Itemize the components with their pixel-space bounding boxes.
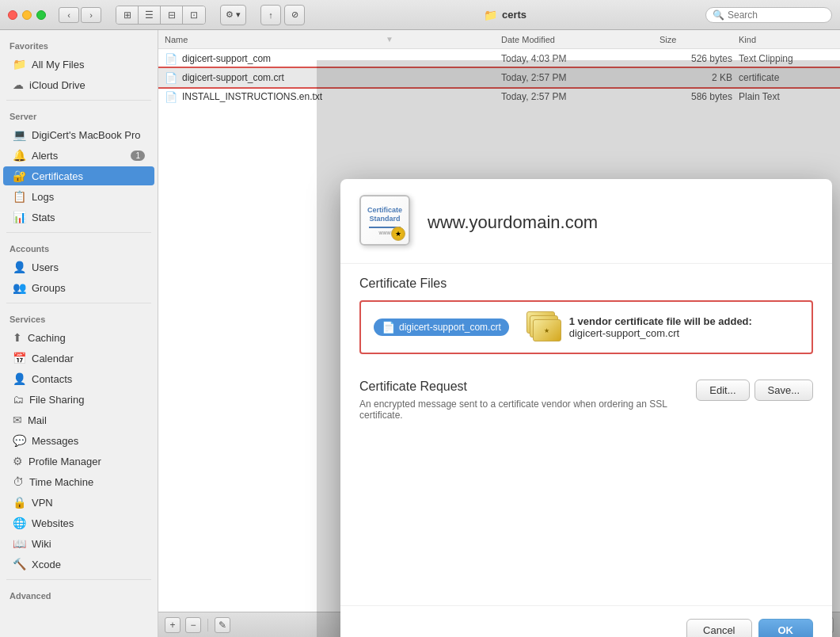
sidebar-item-icloud-drive[interactable]: ☁ iCloud Drive: [3, 75, 154, 94]
cert-file-chip[interactable]: 📄 digicert-support_com.crt: [374, 318, 509, 336]
certificates-icon: 🔐: [13, 170, 26, 182]
vendor-file-name: digicert-support_com.crt: [569, 327, 752, 339]
sidebar-item-label: iCloud Drive: [29, 79, 145, 91]
sidebar-item-contacts[interactable]: 👤 Contacts: [3, 369, 154, 388]
sidebar-item-label: VPN: [32, 497, 145, 509]
close-button[interactable]: [8, 10, 17, 20]
sidebar-item-label: Groups: [32, 282, 145, 294]
add-button[interactable]: +: [165, 617, 181, 633]
file-name-text: digicert-support_com.crt: [182, 72, 284, 83]
icon-view-button[interactable]: ⊞: [116, 6, 139, 24]
dialog-footer: Cancel OK: [340, 605, 832, 637]
back-button[interactable]: ‹: [59, 7, 79, 23]
stats-icon: 📊: [13, 211, 26, 223]
search-input[interactable]: [728, 10, 823, 21]
sidebar-item-label: DigiCert's MacBook Pro: [32, 129, 145, 141]
sidebar-item-stats[interactable]: 📊 Stats: [3, 208, 154, 227]
sidebar-divider-2: [6, 232, 151, 233]
cert-request-buttons: Edit... Save...: [696, 380, 813, 401]
sidebar-item-label: File Sharing: [29, 394, 145, 406]
minimize-button[interactable]: [22, 10, 32, 20]
size-column-header: Size: [659, 35, 739, 44]
sidebar-item-label: Certificates: [32, 170, 145, 182]
file-name-text: INSTALL_INSTRUCTIONS.en.txt: [182, 91, 322, 102]
sidebar-item-label: All My Files: [32, 59, 145, 71]
kind-column-header: Kind: [739, 35, 834, 44]
server-label: Server: [0, 105, 158, 124]
sidebar-item-label: Alerts: [32, 150, 125, 162]
name-column-header: Name: [165, 35, 386, 44]
sidebar-item-label: Wiki: [32, 538, 145, 550]
sidebar-item-profile-manager[interactable]: ⚙ Profile Manager: [3, 452, 154, 471]
list-view-button[interactable]: ☰: [139, 6, 161, 24]
sidebar-item-logs[interactable]: 📋 Logs: [3, 187, 154, 206]
vendor-text: 1 vendor certificate file will be added:…: [569, 315, 752, 339]
window-title: certs: [502, 9, 526, 21]
action-button[interactable]: ⚙ ▾: [220, 5, 246, 25]
search-box[interactable]: 🔍: [705, 7, 832, 23]
file-icon: 📄: [165, 72, 177, 84]
bottom-separator: [207, 619, 208, 631]
cert-file-doc-icon: 📄: [382, 321, 395, 334]
sidebar-item-time-machine[interactable]: ⏱ Time Machine: [3, 472, 154, 491]
calendar-icon: 📅: [13, 352, 26, 364]
column-view-button[interactable]: ⊟: [161, 6, 183, 24]
sidebar-item-calendar[interactable]: 📅 Calendar: [3, 349, 154, 368]
mail-icon: ✉: [13, 414, 22, 426]
messages-icon: 💬: [13, 434, 26, 447]
sidebar-item-messages[interactable]: 💬 Messages: [3, 431, 154, 450]
vpn-icon: 🔒: [13, 496, 26, 509]
cert-file-name: digicert-support_com.crt: [399, 322, 501, 333]
cancel-button[interactable]: Cancel: [686, 619, 751, 637]
maximize-button[interactable]: [36, 10, 46, 20]
save-button[interactable]: Save...: [754, 380, 813, 401]
sidebar-item-mail[interactable]: ✉ Mail: [3, 410, 154, 429]
file-browser-header: Name ▼ Date Modified Size Kind: [158, 30, 840, 49]
sidebar-item-label: Users: [32, 261, 145, 273]
tag-button[interactable]: ⊘: [284, 5, 305, 25]
file-icon: 📄: [165, 91, 177, 103]
sidebar-item-label: Contacts: [32, 373, 145, 385]
services-label: Services: [0, 308, 158, 327]
certificate-dialog: CertificateStandard www ★ www.yourdomain…: [340, 179, 832, 637]
sidebar-item-wiki[interactable]: 📖 Wiki: [3, 534, 154, 553]
sidebar-item-file-sharing[interactable]: 🗂 File Sharing: [3, 390, 154, 409]
sidebar-item-label: Time Machine: [29, 476, 145, 488]
cert-request-description: An encrypted message sent to a certifica…: [359, 399, 696, 421]
sidebar-item-label: Messages: [32, 435, 145, 447]
sidebar-item-caching[interactable]: ⬆ Caching: [3, 328, 154, 347]
groups-icon: 👥: [13, 281, 26, 294]
sidebar-item-certificates[interactable]: 🔐 Certificates: [3, 166, 154, 185]
sidebar-divider-4: [6, 579, 151, 580]
share-button[interactable]: ↑: [260, 5, 281, 25]
alerts-badge: 1: [131, 151, 145, 161]
advanced-label: Advanced: [0, 585, 158, 604]
traffic-lights: [8, 10, 46, 20]
nav-buttons: ‹ ›: [59, 7, 101, 23]
forward-button[interactable]: ›: [81, 7, 101, 23]
sidebar-item-label: Profile Manager: [29, 456, 145, 467]
vendor-bold-text: 1 vendor certificate file will be added:: [569, 315, 752, 327]
cert-files-section: Certificate Files 📄 digicert-support_com…: [340, 264, 832, 367]
accounts-label: Accounts: [0, 238, 158, 257]
dialog-overlay: CertificateStandard www ★ www.yourdomain…: [317, 60, 840, 637]
sidebar-item-label: Mail: [28, 414, 145, 426]
users-icon: 👤: [13, 261, 26, 273]
remove-button[interactable]: −: [185, 617, 201, 633]
edit-item-button[interactable]: ✎: [215, 617, 230, 633]
folder-icon: 📁: [484, 9, 497, 21]
sidebar-item-vpn[interactable]: 🔒 VPN: [3, 493, 154, 512]
sidebar-item-websites[interactable]: 🌐 Websites: [3, 513, 154, 532]
sidebar-item-xcode[interactable]: 🔨 Xcode: [3, 555, 154, 574]
sidebar-item-alerts[interactable]: 🔔 Alerts 1: [3, 146, 154, 165]
sidebar: Favorites 📁 All My Files ☁ iCloud Drive …: [0, 30, 158, 637]
cover-view-button[interactable]: ⊡: [183, 6, 205, 24]
edit-button[interactable]: Edit...: [696, 380, 749, 401]
sidebar-item-users[interactable]: 👤 Users: [3, 257, 154, 277]
sidebar-item-all-my-files[interactable]: 📁 All My Files: [3, 55, 154, 74]
ok-button[interactable]: OK: [758, 619, 814, 637]
cert-request-title: Certificate Request: [359, 380, 696, 394]
sidebar-item-groups[interactable]: 👥 Groups: [3, 278, 154, 297]
sidebar-item-macbook[interactable]: 💻 DigiCert's MacBook Pro: [3, 125, 154, 144]
alerts-icon: 🔔: [13, 149, 26, 162]
